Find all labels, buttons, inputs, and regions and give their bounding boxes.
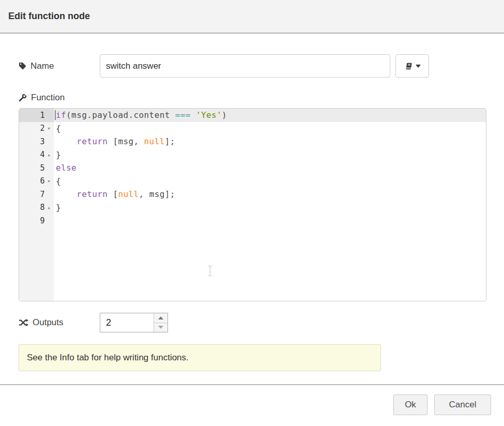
name-input[interactable] [100,54,390,78]
editor-filler [19,227,486,301]
arrow-up-icon [158,316,163,320]
cancel-button[interactable]: Cancel [434,394,491,415]
fold-close-icon[interactable]: ▴ [45,205,53,210]
dialog-header: Edit function node [0,0,504,34]
info-tip-text: See the Info tab for help writing functi… [27,353,189,363]
code-row: 4▴} [19,148,486,162]
code-line[interactable]: return [msg, null]; [54,135,486,148]
code-line[interactable]: else [54,161,486,175]
code-line[interactable]: } [54,148,486,162]
library-button[interactable] [395,54,429,78]
function-label-text: Function [31,93,65,103]
gutter-cell[interactable]: 1 [19,109,54,122]
line-number: 9 [40,216,45,225]
code-row: 6▾{ [19,175,486,188]
line-number: 7 [40,190,45,199]
code-line[interactable] [54,214,486,227]
gutter-cell[interactable]: 8▴ [19,201,54,215]
text-cursor [55,110,56,120]
code-row: 5else [19,161,486,175]
function-label: Function [19,93,486,103]
code-line[interactable]: { [54,122,486,135]
tag-icon [19,62,26,70]
outputs-input[interactable] [100,313,154,332]
gutter-cell[interactable]: 4▴ [19,148,54,162]
fold-open-icon[interactable]: ▾ [45,178,53,184]
footer-buttons: Ok Cancel [19,385,504,415]
spinner-up-button[interactable] [154,313,167,323]
line-number: 8 [40,203,45,212]
ok-button[interactable]: Ok [393,394,427,415]
arrow-down-icon [158,326,163,329]
code-editor-lines: 1if(msg.payload.content === 'Yes')2▾{3 r… [19,109,486,301]
outputs-label-text: Outputs [33,317,64,328]
line-number: 6 [40,176,45,186]
code-row: 7 return [null, msg]; [19,188,486,201]
code-row: 2▾{ [19,122,486,135]
code-line[interactable]: return [null, msg]; [54,188,486,201]
gutter-cell[interactable]: 5 [19,161,54,175]
name-row: Name [19,54,486,78]
gutter-cell[interactable]: 7 [19,188,54,201]
shuffle-icon [19,318,28,327]
fold-open-icon[interactable]: ▾ [45,126,53,131]
spinner-buttons [154,313,167,332]
line-number: 1 [40,111,45,120]
code-editor[interactable]: 1if(msg.payload.content === 'Yes')2▾{3 r… [19,108,486,301]
code-row: 8▴} [19,201,486,215]
gutter-cell[interactable]: 2▾ [19,122,54,135]
code-row: 3 return [msg, null]; [19,135,486,148]
code-line[interactable]: if(msg.payload.content === 'Yes') [54,109,486,122]
gutter-filler [19,227,54,301]
code-filler[interactable] [54,227,486,301]
code-row: 9 [19,214,486,227]
gutter-cell[interactable]: 9 [19,214,54,227]
line-number: 5 [40,163,45,173]
line-number: 4 [40,150,45,159]
name-label-text: Name [30,61,54,71]
line-number: 3 [40,137,45,146]
gutter-cell[interactable]: 6▾ [19,175,54,188]
info-tip: See the Info tab for help writing functi… [19,344,381,371]
outputs-label: Outputs [19,317,100,328]
code-row: 1if(msg.payload.content === 'Yes') [19,109,486,122]
edit-function-dialog: { "header": { "title": "Edit function no… [0,0,504,426]
spinner-down-button[interactable] [154,323,167,332]
outputs-spinner [100,313,168,332]
dialog-title: Edit function node [8,11,90,22]
gutter-cell[interactable]: 3 [19,135,54,148]
wrench-icon [19,94,27,102]
code-line[interactable]: } [54,201,486,215]
line-number: 2 [40,124,45,133]
code-line[interactable]: { [54,175,486,188]
outputs-row: Outputs [19,313,486,332]
name-label: Name [19,61,100,71]
book-icon [404,62,413,70]
chevron-down-icon [416,65,421,68]
dialog-body: Name [0,54,504,415]
fold-close-icon[interactable]: ▴ [45,152,53,158]
